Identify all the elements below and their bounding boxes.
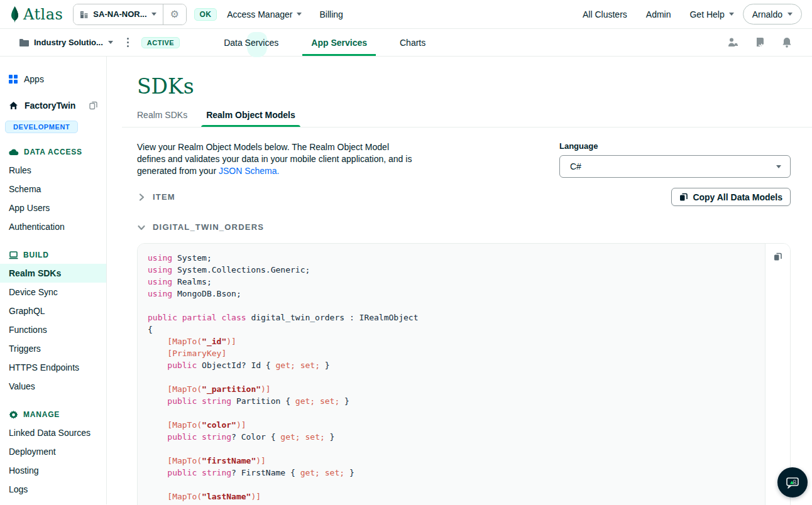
sidebar-item-authentication[interactable]: Authentication	[0, 217, 106, 236]
sidebar-item-device-sync[interactable]: Device Sync	[0, 283, 106, 301]
model-toggle-item[interactable]: ITEM	[137, 192, 175, 202]
all-clusters-link[interactable]: All Clusters	[583, 9, 627, 19]
chevron-down-icon	[108, 41, 113, 44]
code-line: [PrimaryKey]	[148, 347, 755, 359]
alerts-button[interactable]	[782, 37, 792, 48]
activity-icon	[755, 37, 765, 48]
code-line: public string Partition { get; set; }	[148, 395, 755, 407]
sidebar-item-linked-data-sources[interactable]: Linked Data Sources	[0, 423, 106, 442]
sidebar-item-triggers[interactable]: Triggers	[0, 339, 106, 358]
chat-support-button[interactable]	[777, 467, 808, 497]
access-manager-menu[interactable]: Access Manager	[227, 9, 302, 19]
sidebar-item-https-endpoints[interactable]: HTTPS Endpoints	[0, 358, 106, 377]
chevron-right-icon	[137, 193, 146, 202]
sidebar-section-title: MANAGE	[0, 406, 106, 423]
tab-data-services[interactable]: Data Services	[215, 29, 287, 56]
org-selector[interactable]: SA-NA-NOR...	[74, 4, 162, 24]
json-schema-link[interactable]: JSON Schema.	[219, 166, 279, 176]
code-block: using System;using System.Collections.Ge…	[137, 243, 791, 505]
sidebar-item-app-home[interactable]: FactoryTwin	[0, 98, 106, 113]
sidebar-item-app-users[interactable]: App Users	[0, 198, 106, 217]
copy-icon	[679, 193, 688, 202]
sidebar-section-title: DATA ACCESS	[0, 143, 106, 161]
project-selector[interactable]: Industry Solutio...	[29, 38, 113, 47]
code-line: public string? Color { get; set; }	[148, 431, 755, 443]
project-name: Industry Solutio...	[34, 38, 103, 47]
tab-charts[interactable]: Charts	[391, 29, 434, 56]
access-manager-label: Access Manager	[227, 9, 292, 19]
organization-icon	[80, 10, 89, 19]
sidebar-item-hosting[interactable]: Hosting	[0, 461, 106, 480]
copy-icon	[89, 101, 97, 110]
sidebar-item-apps[interactable]: Apps	[0, 72, 106, 87]
model-view-tabs: Realm SDKs Realm Object Models	[137, 110, 791, 128]
top-navbar: Atlas SA-NA-NOR... ⚙ OK	[0, 0, 812, 29]
chevron-down-icon	[151, 13, 156, 16]
admin-label: Admin	[646, 9, 671, 19]
language-label: Language	[559, 141, 791, 151]
model-toggle-digital-twin-orders[interactable]: DIGITAL_TWIN_ORDERS	[137, 222, 264, 232]
gear-icon	[9, 410, 18, 420]
cloud-icon	[9, 148, 19, 156]
atlas-logo[interactable]: Atlas	[9, 6, 63, 23]
sidebar-section-build: BUILDRealm SDKsDevice SyncGraphQLFunctio…	[0, 246, 106, 396]
model-name: ITEM	[153, 192, 175, 202]
app-name: FactoryTwin	[25, 100, 75, 111]
get-help-menu[interactable]: Get Help	[689, 9, 733, 19]
sidebar-item-rules[interactable]: Rules	[0, 161, 106, 180]
project-status-badge: ACTIVE	[141, 37, 180, 48]
sidebar-item-schema[interactable]: Schema	[0, 180, 106, 198]
user-menu[interactable]: Arnaldo	[743, 4, 802, 24]
code-line: public string? FirstName { get; set; }	[148, 467, 755, 479]
code-line: [MapTo("_id")]	[148, 335, 755, 347]
code-line: [MapTo("_partition")]	[148, 383, 755, 395]
bell-icon	[782, 37, 792, 48]
sidebar-section-manage: MANAGELinked Data SourcesDeploymentHosti…	[0, 406, 106, 499]
sidebar-item-logs[interactable]: Logs	[0, 480, 106, 499]
copy-all-label: Copy All Data Models	[693, 192, 782, 202]
code-content: using System;using System.Collections.Ge…	[138, 244, 765, 505]
code-line: public ObjectId? Id { get; set; }	[148, 359, 755, 371]
sidebar-item-realm-sdks[interactable]: Realm SDKs	[0, 264, 106, 283]
sidebar-section-title: BUILD	[0, 246, 106, 264]
code-line: using System;	[148, 252, 755, 264]
invite-user-button[interactable]	[727, 37, 739, 48]
service-tabs: Data Services App Services Charts	[207, 29, 442, 56]
language-select[interactable]: C#	[559, 155, 791, 178]
sidebar-item-graphql[interactable]: GraphQL	[0, 301, 106, 320]
org-status-badge: OK	[194, 8, 217, 21]
copy-icon	[774, 253, 782, 261]
billing-label: Billing	[319, 9, 343, 19]
sidebar-item-values[interactable]: Values	[0, 377, 106, 396]
code-line: {	[148, 323, 755, 335]
copy-code-button[interactable]	[774, 251, 782, 264]
org-name: SA-NA-NOR...	[93, 9, 146, 19]
tab-realm-sdks[interactable]: Realm SDKs	[137, 110, 187, 128]
copy-app-id-button[interactable]	[89, 101, 97, 110]
mongodb-leaf-icon	[9, 6, 21, 23]
folder-icon	[19, 38, 29, 47]
sidebar-section-data-access: DATA ACCESSRulesSchemaApp UsersAuthentic…	[0, 143, 106, 236]
sidebar-sections: DATA ACCESSRulesSchemaApp UsersAuthentic…	[0, 143, 106, 499]
sidebar-item-functions[interactable]: Functions	[0, 320, 106, 339]
code-line	[148, 407, 755, 419]
user-name: Arnaldo	[752, 9, 782, 19]
code-gutter	[765, 244, 790, 505]
admin-link[interactable]: Admin	[646, 9, 671, 19]
activity-feed-button[interactable]	[755, 37, 765, 48]
code-line: [MapTo("color")]	[148, 419, 755, 431]
org-settings-button[interactable]: ⚙	[163, 4, 186, 24]
copy-all-data-models-button[interactable]: Copy All Data Models	[671, 188, 791, 206]
sidebar-item-deployment[interactable]: Deployment	[0, 442, 106, 461]
chevron-down-icon	[776, 165, 781, 168]
code-line: public partial class digital_twin_orders…	[148, 312, 755, 323]
project-menu-button[interactable]	[124, 35, 131, 50]
apps-label: Apps	[24, 74, 44, 84]
tab-app-services[interactable]: App Services	[302, 29, 376, 56]
code-line	[148, 371, 755, 383]
apps-grid-icon	[9, 75, 18, 84]
description-text: View your Realm Object Models below. The…	[137, 141, 412, 178]
tab-realm-object-models[interactable]: Realm Object Models	[201, 110, 300, 128]
all-clusters-label: All Clusters	[583, 9, 627, 19]
billing-link[interactable]: Billing	[319, 9, 343, 19]
